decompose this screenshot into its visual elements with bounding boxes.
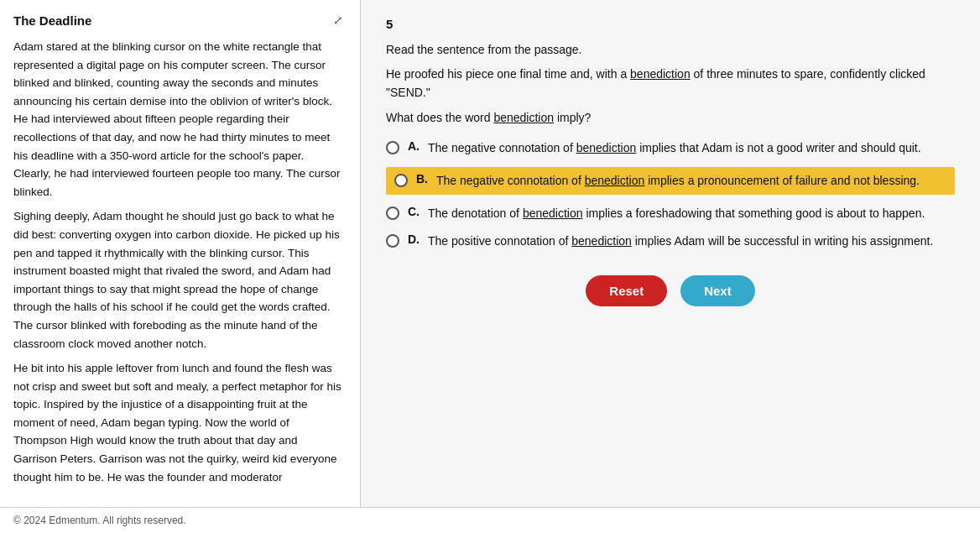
footer: © 2024 Edmentum. All rights reserved. <box>0 507 980 533</box>
passage-paragraph-2: Sighing deeply, Adam thought he should j… <box>13 207 343 353</box>
main-container: The Deadline ⤢ Adam stared at the blinki… <box>0 0 980 507</box>
passage-paragraph-3: He bit into his apple leftover from lunc… <box>13 359 343 486</box>
action-buttons: Reset Next <box>386 275 955 306</box>
expand-icon[interactable]: ⤢ <box>333 13 343 27</box>
option-b-label: B. <box>416 172 428 186</box>
option-a-radio[interactable] <box>386 141 399 154</box>
option-c[interactable]: C. The denotation of benediction implies… <box>386 205 955 222</box>
next-button[interactable]: Next <box>680 275 755 306</box>
passage-panel: The Deadline ⤢ Adam stared at the blinki… <box>0 0 361 507</box>
question-panel: 5 Read the sentence from the passage. He… <box>361 0 980 507</box>
question-prompt: What does the word benediction imply? <box>386 111 955 124</box>
option-d[interactable]: D. The positive connotation of benedicti… <box>386 233 955 250</box>
option-a-text: The negative connotation of benediction … <box>428 139 921 157</box>
quote-underlined-word: benediction <box>630 67 691 81</box>
question-instruction: Read the sentence from the passage. <box>386 43 955 56</box>
option-a-label: A. <box>408 139 420 153</box>
option-c-radio[interactable] <box>386 206 399 220</box>
passage-header: The Deadline ⤢ <box>13 13 343 28</box>
prompt-underlined-word: benediction <box>493 111 554 124</box>
option-d-text: The positive connotation of benediction … <box>428 233 933 250</box>
option-c-text: The denotation of benediction implies a … <box>428 205 925 222</box>
option-d-radio[interactable] <box>386 234 399 248</box>
option-a[interactable]: A. The negative connotation of benedicti… <box>386 139 955 157</box>
question-number: 5 <box>386 17 955 31</box>
answer-options: A. The negative connotation of benedicti… <box>386 139 955 250</box>
option-c-label: C. <box>408 205 420 218</box>
option-d-label: D. <box>408 233 420 246</box>
passage-title: The Deadline <box>13 13 91 28</box>
reset-button[interactable]: Reset <box>586 275 667 306</box>
passage-body: Adam stared at the blinking cursor on th… <box>13 38 343 486</box>
option-b-radio[interactable] <box>394 174 408 187</box>
question-quote: He proofed his piece one final time and,… <box>386 65 955 102</box>
passage-paragraph-1: Adam stared at the blinking cursor on th… <box>13 38 343 201</box>
option-b-text: The negative connotation of benediction … <box>436 172 920 190</box>
copyright-text: © 2024 Edmentum. All rights reserved. <box>13 515 186 526</box>
option-b[interactable]: B. The negative connotation of benedicti… <box>386 167 955 195</box>
